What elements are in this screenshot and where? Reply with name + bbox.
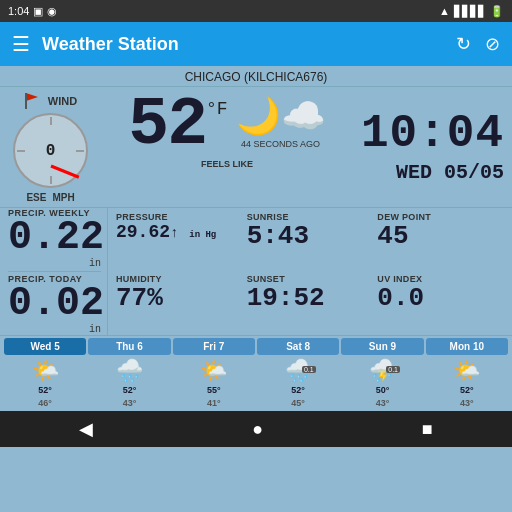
top-bar-actions: ↻ ⊘ bbox=[456, 33, 500, 55]
status-time: 1:04 bbox=[8, 5, 29, 17]
compass-container: 0 bbox=[13, 113, 88, 188]
recent-button[interactable]: ■ bbox=[422, 419, 433, 440]
feels-like-label: FEELS LIKE bbox=[201, 159, 253, 169]
forecast-item-4: ⛈️0.150°43° bbox=[341, 358, 423, 409]
temp-row: 52 °F 🌙☁️ 44 SECONDS AGO bbox=[128, 91, 325, 159]
menu-icon[interactable]: ☰ bbox=[12, 32, 30, 56]
temperature-value: 52 bbox=[128, 91, 206, 159]
forecast-tab-Sat8[interactable]: Sat 8 bbox=[257, 338, 339, 355]
forecast-item-0: 🌤️52°46° bbox=[4, 358, 86, 409]
svg-marker-0 bbox=[26, 93, 38, 101]
sunset-cell: SUNSET 19:52 bbox=[243, 272, 374, 334]
divider bbox=[8, 271, 101, 272]
forecast-tab-Fri7[interactable]: Fri 7 bbox=[173, 338, 255, 355]
forecast-temps-0: 52°46° bbox=[38, 384, 52, 409]
compass-circle: 0 bbox=[13, 113, 88, 188]
refresh-button[interactable]: ↻ bbox=[456, 33, 471, 55]
forecast-temps-4: 50°43° bbox=[376, 384, 390, 409]
battery-icon: 🔋 bbox=[490, 5, 504, 18]
middle-section: PRECIP. WEEKLY 0.22 in PRECIP. TODAY 0.0… bbox=[0, 207, 512, 335]
status-icon1: ▣ bbox=[33, 5, 43, 18]
forecast-item-3: 🌧️0.152°45° bbox=[257, 358, 339, 409]
settings-button[interactable]: ⊘ bbox=[485, 33, 500, 55]
upper-section: WIND 0 ESE MPH 52 °F 🌙☁️ 44 bbox=[0, 87, 512, 207]
forecast-temps-1: 52°43° bbox=[123, 384, 137, 409]
home-button[interactable]: ● bbox=[252, 419, 263, 440]
wifi-icon: ▲ bbox=[439, 5, 450, 17]
wind-speed: 0 bbox=[46, 142, 56, 160]
forecast-tab-Sun9[interactable]: Sun 9 bbox=[341, 338, 423, 355]
sunrise-cell: SUNRISE 5:43 bbox=[243, 210, 374, 272]
humidity-value: 77% bbox=[116, 284, 239, 313]
time-ago: 44 SECONDS AGO bbox=[241, 139, 320, 149]
weather-icon-area: 🌙☁️ 44 SECONDS AGO bbox=[236, 91, 326, 149]
clock-time: 10:04 bbox=[361, 111, 504, 157]
data-grid: PRESSURE 29.62↑ in Hg SUNRISE 5:43 DEW P… bbox=[112, 208, 504, 335]
status-bar: 1:04 ▣ ◉ ▲ ▋▋▋▋ 🔋 bbox=[0, 0, 512, 22]
temperature-unit: °F bbox=[206, 99, 228, 119]
humidity-label: HUMIDITY bbox=[116, 274, 239, 284]
status-left: 1:04 ▣ ◉ bbox=[8, 5, 57, 18]
pressure-value: 29.62↑ in Hg bbox=[116, 222, 239, 242]
forecast-weather-icon-1: 🌧️ bbox=[116, 358, 143, 383]
status-right: ▲ ▋▋▋▋ 🔋 bbox=[439, 5, 504, 18]
forecast-temps-2: 55°41° bbox=[207, 384, 221, 409]
wind-dir-unit-row: ESE MPH bbox=[26, 192, 74, 203]
bottom-nav: ◀ ● ■ bbox=[0, 411, 512, 447]
current-weather-icon: 🌙☁️ bbox=[236, 95, 326, 137]
uvindex-label: UV INDEX bbox=[377, 274, 500, 284]
clock-date: WED 05/05 bbox=[396, 161, 504, 184]
humidity-cell: HUMIDITY 77% bbox=[112, 272, 243, 334]
wind-direction: ESE bbox=[26, 192, 46, 203]
signal-icon: ▋▋▋▋ bbox=[454, 5, 486, 18]
forecast-weather-icon-0: 🌤️ bbox=[32, 358, 59, 383]
pressure-label: PRESSURE bbox=[116, 212, 239, 222]
precip-weekly-value: 0.22 bbox=[8, 218, 101, 258]
wind-label: WIND bbox=[48, 95, 77, 107]
wind-label-row: WIND bbox=[24, 91, 77, 111]
forecast-item-1: 🌧️52°43° bbox=[88, 358, 170, 409]
wind-panel: WIND 0 ESE MPH bbox=[8, 91, 93, 203]
forecast-tab-Wed5[interactable]: Wed 5 bbox=[4, 338, 86, 355]
back-button[interactable]: ◀ bbox=[79, 418, 93, 440]
forecast-tab-Thu6[interactable]: Thu 6 bbox=[88, 338, 170, 355]
forecast-days-tabs: Wed 5Thu 6Fri 7Sat 8Sun 9Mon 10 bbox=[4, 338, 508, 355]
station-name: CHICAGO (KILCHICA676) bbox=[0, 66, 512, 87]
status-icon2: ◉ bbox=[47, 5, 57, 18]
pressure-cell: PRESSURE 29.62↑ in Hg bbox=[112, 210, 243, 272]
forecast-weather-icon-2: 🌤️ bbox=[200, 358, 227, 383]
temp-section: 52 °F 🌙☁️ 44 SECONDS AGO FEELS LIKE bbox=[99, 91, 355, 203]
sunrise-value: 5:43 bbox=[247, 222, 370, 251]
app-title: Weather Station bbox=[42, 34, 444, 55]
forecast-icons-row: 🌤️52°46°🌧️52°43°🌤️55°41°🌧️0.152°45°⛈️0.1… bbox=[4, 358, 508, 409]
forecast-item-2: 🌤️55°41° bbox=[173, 358, 255, 409]
top-bar: ☰ Weather Station ↻ ⊘ bbox=[0, 22, 512, 66]
precip-today-value: 0.02 bbox=[8, 284, 101, 324]
sunset-value: 19:52 bbox=[247, 284, 370, 313]
uvindex-value: 0.0 bbox=[377, 284, 500, 313]
wind-flag-icon bbox=[24, 91, 44, 111]
forecast-temps-3: 52°45° bbox=[291, 384, 305, 409]
sunset-label: SUNSET bbox=[247, 274, 370, 284]
dewpoint-value: 45 bbox=[377, 222, 500, 251]
forecast-tab-Mon10[interactable]: Mon 10 bbox=[426, 338, 508, 355]
forecast-weather-icon-5: 🌤️ bbox=[453, 358, 480, 383]
forecast-section: Wed 5Thu 6Fri 7Sat 8Sun 9Mon 10 🌤️52°46°… bbox=[0, 335, 512, 411]
forecast-temps-5: 52°43° bbox=[460, 384, 474, 409]
wind-unit: MPH bbox=[52, 192, 74, 203]
clock-section: 10:04 WED 05/05 bbox=[361, 91, 504, 203]
precip-panel: PRECIP. WEEKLY 0.22 in PRECIP. TODAY 0.0… bbox=[8, 208, 108, 335]
forecast-item-5: 🌤️52°43° bbox=[426, 358, 508, 409]
uvindex-cell: UV INDEX 0.0 bbox=[373, 272, 504, 334]
dewpoint-cell: DEW POINT 45 bbox=[373, 210, 504, 272]
